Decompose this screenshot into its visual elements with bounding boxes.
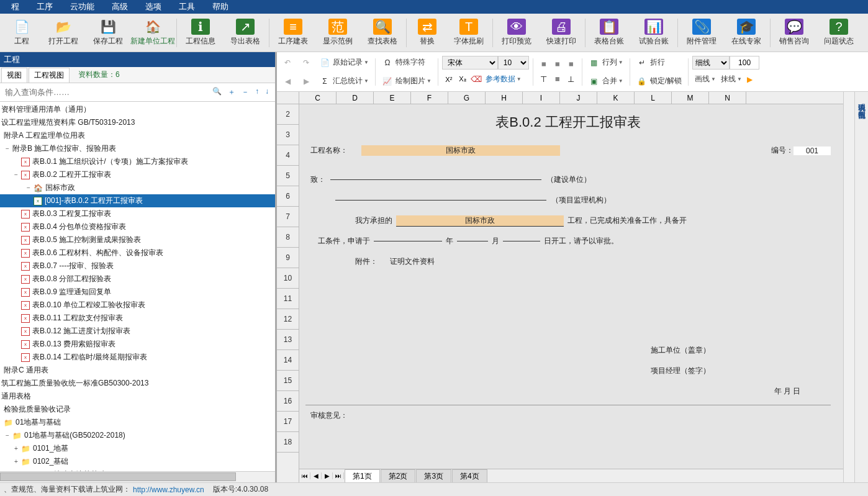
tool-销售咨询[interactable]: 💬销售咨询 (772, 15, 816, 51)
tool-新建单位工程[interactable]: 🏠新建单位工程 (130, 15, 175, 51)
tab-view[interactable]: 视图 (1, 68, 27, 83)
number-value[interactable]: 001 (793, 147, 831, 155)
tree-item[interactable]: x表B.0.6 工程材料、构配件、设备报审表 (0, 246, 275, 259)
align-center-icon[interactable]: ≡ (551, 58, 564, 71)
spreadsheet-cells[interactable]: 表B.0.2 工程开工报审表 工程名称： 国标市政 编号： 001 致： (299, 104, 843, 469)
valign-bot-icon[interactable]: ⊥ (564, 73, 578, 86)
tab-project-view[interactable]: 工程视图 (29, 68, 70, 83)
redo-icon[interactable]: ↷ (298, 54, 317, 71)
tree-item[interactable]: x表B.0.4 分包单位资格报审表 (0, 220, 275, 233)
tree-item[interactable]: +📁0102_基础 (0, 455, 275, 468)
tree-item[interactable]: x表B.0.14 工程临时/最终延期报审表 (0, 351, 275, 364)
align-left-icon[interactable]: ≡ (537, 58, 551, 71)
menu-选项[interactable]: 选项 (137, 1, 170, 12)
sheet-tab-1[interactable]: 第1页 (345, 469, 380, 483)
tool-显示范例[interactable]: 范显示范例 (315, 15, 360, 51)
tree-item[interactable]: −x表B.0.2 工程开工报审表 (0, 168, 275, 181)
day-field[interactable] (503, 241, 540, 241)
sheet-nav-last-icon[interactable]: ⏭ (333, 472, 344, 479)
menu-工序[interactable]: 工序 (28, 1, 61, 12)
line-style-select[interactable]: 细线 (692, 56, 730, 70)
tree-item[interactable]: x表B.0.12 施工进度计划报审表 (0, 325, 275, 338)
tree-item[interactable]: x表B.0.13 费用索赔报审表 (0, 338, 275, 351)
merge-button[interactable]: ▣合并▼ (586, 73, 626, 90)
year-field[interactable] (374, 241, 442, 241)
tree-item[interactable]: 筑工程施工质量验收统一标准GB50300-2013 (0, 377, 275, 390)
menu-工具[interactable]: 工具 (170, 1, 204, 12)
superscript-button[interactable]: X² (442, 73, 456, 86)
align-right-icon[interactable]: ≡ (564, 58, 578, 71)
tool-附件管理[interactable]: 📎附件管理 (679, 15, 724, 51)
more-icon[interactable]: ▶ (744, 71, 755, 88)
sheet-nav-next-icon[interactable]: ▶ (322, 472, 333, 479)
sheet-tab-4[interactable]: 第4页 (452, 469, 487, 483)
sheet-tab-3[interactable]: 第3页 (416, 469, 451, 483)
font-select[interactable]: 宋体 (442, 56, 498, 70)
tool-工序建表[interactable]: ≡工序建表 (271, 15, 315, 51)
tree-item[interactable]: x表B.0.3 工程复工报审表 (0, 207, 275, 220)
tool-查找表格[interactable]: 🔍查找表格 (360, 15, 405, 51)
subscript-button[interactable]: X₂ (456, 73, 469, 86)
remove-icon[interactable]: － (242, 87, 249, 97)
menu-高级[interactable]: 高级 (103, 1, 137, 12)
tool-问题状态[interactable]: ?问题状态 (816, 15, 861, 51)
chart-button[interactable]: 📈绘制图片▼ (379, 73, 434, 90)
to-unit1-field[interactable] (330, 179, 541, 180)
h-scrollbar[interactable] (0, 471, 275, 482)
website-link[interactable]: http://www.zhuyew.cn (133, 485, 204, 494)
font-size-select[interactable]: 10 (498, 56, 529, 70)
right-icon[interactable]: ▶ (298, 73, 317, 90)
up-icon[interactable]: ↑ (255, 87, 259, 97)
undo-icon[interactable]: ↶ (279, 54, 298, 71)
tree-item[interactable]: 检验批质量验收记录 (0, 403, 275, 416)
tree-item[interactable]: x表B.0.10 单位工程竣工验收报审表 (0, 299, 275, 312)
tree-item[interactable]: x[001]-表B.0.2 工程开工报审表 (0, 194, 275, 207)
search-input[interactable] (0, 85, 206, 99)
tree-item[interactable]: 通用表格 (0, 390, 275, 403)
tree-item[interactable]: 📁01地基与基础 (0, 416, 275, 429)
tool-快速打印[interactable]: 🖨快速打印 (539, 15, 584, 51)
sheet-tab-2[interactable]: 第2页 (381, 469, 416, 483)
reference-data-button[interactable]: 参考数据▼ (483, 71, 524, 88)
sidebar-example[interactable]: 范例视图 (856, 102, 867, 109)
tool-保存工程[interactable]: 💾保存工程 (86, 15, 130, 51)
project-name-value[interactable]: 国标市政 (361, 145, 560, 156)
menu-云功能[interactable]: 云功能 (61, 1, 103, 12)
menu-帮助[interactable]: 帮助 (204, 1, 237, 12)
erase-line-button[interactable]: 抹线▼ (718, 71, 744, 88)
summary-stats-button[interactable]: Σ汇总统计▼ (317, 73, 371, 90)
special-char-button[interactable]: Ω特殊字符 (379, 54, 428, 71)
draw-line-button[interactable]: 画线▼ (692, 71, 718, 88)
tool-试验台账[interactable]: 📊试验台账 (631, 15, 676, 51)
search-icon[interactable]: 🔍 (212, 87, 222, 97)
sidebar-help[interactable]: 填表说明 (856, 94, 867, 102)
sheet-nav-first-icon[interactable]: ⏮ (299, 472, 310, 479)
menu-程[interactable]: 程 (2, 1, 28, 12)
tree-item[interactable]: −📁01地基与基础(GB50202-2018) (0, 429, 275, 442)
add-icon[interactable]: ＋ (228, 87, 235, 97)
left-icon[interactable]: ◀ (279, 73, 298, 90)
tree-item[interactable]: +📁0101_地基 (0, 442, 275, 455)
original-record-button[interactable]: 📄原始记录▼ (317, 54, 371, 71)
tree-item[interactable]: x表B.0.8 分部工程报验表 (0, 273, 275, 286)
tree-item[interactable]: x表B.0.9 监理通知回复单 (0, 286, 275, 299)
tree-item[interactable]: x表B.0.5 施工控制测量成果报验表 (0, 233, 275, 246)
tree-item[interactable]: 资料管理通用清单（通用） (0, 103, 275, 116)
wrap-button[interactable]: ↵折行 (634, 54, 667, 71)
tool-工程[interactable]: 📄工程 (2, 15, 41, 51)
sheet-nav-prev-icon[interactable]: ◀ (310, 472, 322, 479)
tree-item[interactable]: −附录B 施工单位报审、报验用表 (0, 142, 275, 155)
tree-item[interactable]: 附录C 通用表 (0, 364, 275, 377)
tool-替换[interactable]: ⇄替换 (408, 15, 446, 51)
tree-item[interactable]: 附录A 工程监理单位用表 (0, 129, 275, 142)
tool-表格台账[interactable]: 📋表格台账 (587, 15, 631, 51)
tool-打开工程[interactable]: 📂打开工程 (41, 15, 86, 51)
tree-item[interactable]: x表B.0.1 施工组织设计/（专项）施工方案报审表 (0, 155, 275, 168)
row-col-button[interactable]: ▦行列▼ (586, 54, 626, 71)
tool-字体批刷[interactable]: T字体批刷 (446, 15, 491, 51)
valign-mid-icon[interactable]: ≡ (551, 73, 564, 86)
tree-item[interactable]: −🏠国标市政 (0, 181, 275, 194)
tool-工程信息[interactable]: ℹ工程信息 (178, 15, 223, 51)
tool-在线专家[interactable]: 🎓在线专家 (724, 15, 769, 51)
valign-top-icon[interactable]: ⊤ (537, 73, 551, 86)
